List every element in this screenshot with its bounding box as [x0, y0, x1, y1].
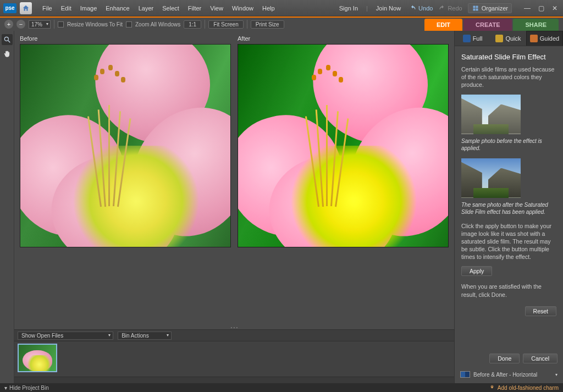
join-now-link[interactable]: Join Now: [373, 3, 404, 13]
status-bar: ▾ Hide Project Bin Add old-fashioned cha…: [0, 383, 563, 392]
tab-share[interactable]: SHARE: [513, 19, 559, 31]
effect-instructions: Click the apply button to make your imag…: [461, 222, 556, 261]
apply-button[interactable]: Apply: [461, 266, 492, 276]
workspace: Before: [14, 31, 454, 383]
svg-line-1: [8, 41, 10, 43]
subtab-guided[interactable]: Guided: [526, 31, 563, 46]
menu-view[interactable]: View: [206, 3, 227, 14]
redo-icon: [438, 5, 446, 12]
bin-scrollbar[interactable]: [14, 377, 454, 383]
after-column: After: [238, 35, 449, 321]
before-column: Before: [20, 35, 231, 321]
reset-button[interactable]: Reset: [525, 306, 556, 316]
caption-after: The same photo after the Saturated Slide…: [461, 201, 556, 216]
menu-edit[interactable]: Edit: [57, 3, 75, 14]
guided-icon: [530, 35, 538, 42]
tab-edit[interactable]: EDIT: [424, 19, 462, 31]
bin-bar: Show Open Files Bin Actions: [14, 329, 454, 341]
options-bar: + − 17% Resize Windows To Fit Zoom All W…: [0, 16, 563, 31]
full-icon: [463, 35, 471, 42]
before-label: Before: [20, 35, 231, 42]
menu-select[interactable]: Select: [158, 3, 183, 14]
menu-filter[interactable]: Filter: [184, 3, 205, 14]
cancel-button[interactable]: Cancel: [523, 354, 558, 363]
before-after-icon: [460, 371, 470, 378]
maximize-button[interactable]: ▢: [536, 3, 547, 13]
menu-enhance[interactable]: Enhance: [102, 3, 133, 14]
effect-done-hint: When you are satisfied with the result, …: [461, 283, 556, 298]
done-button[interactable]: Done: [489, 354, 520, 363]
home-icon: [22, 4, 30, 12]
undo-icon: [409, 5, 417, 12]
after-image[interactable]: [238, 44, 449, 247]
menu-items: File Edit Image Enhance Layer Select Fil…: [38, 3, 279, 14]
effect-title: Saturated Slide Film Effect: [461, 53, 556, 61]
zoom-out-button[interactable]: −: [16, 20, 25, 29]
redo-button[interactable]: Redo: [438, 5, 462, 12]
sample-after: [461, 158, 521, 198]
right-panel: Full Quick Guided Saturated Slide Film E…: [454, 31, 563, 383]
grid-icon: [472, 5, 479, 12]
chevron-down-icon: ▾: [555, 372, 558, 377]
project-bin: [14, 341, 454, 377]
caption-before: Sample photo before the effect is applie…: [461, 137, 556, 152]
zoom-all-label: Zoom All Windows: [135, 21, 180, 27]
zoom-in-button[interactable]: +: [4, 20, 13, 29]
home-button[interactable]: [20, 2, 32, 14]
subtab-full[interactable]: Full: [455, 31, 490, 46]
bin-filter-select[interactable]: Show Open Files: [18, 332, 113, 340]
svg-point-0: [4, 37, 8, 41]
tab-create[interactable]: CREATE: [463, 19, 512, 31]
undo-button[interactable]: Undo: [409, 5, 433, 12]
one-to-one-button[interactable]: 1:1: [184, 20, 201, 29]
effect-intro: Certain slide films are used because of …: [461, 65, 556, 89]
zoom-tool[interactable]: [2, 34, 13, 45]
gear-icon: [489, 385, 495, 390]
sign-in-link[interactable]: Sign In: [336, 3, 361, 13]
sample-before: [461, 95, 521, 134]
tool-column: [0, 31, 14, 383]
menu-file[interactable]: File: [38, 3, 56, 14]
collapse-bin-icon[interactable]: ▾: [4, 385, 7, 391]
bin-actions-select[interactable]: Bin Actions: [118, 332, 171, 340]
subtab-quick[interactable]: Quick: [490, 31, 526, 46]
menu-layer[interactable]: Layer: [135, 3, 158, 14]
hand-tool[interactable]: [2, 48, 13, 59]
zoom-all-checkbox[interactable]: [126, 21, 132, 27]
organizer-button[interactable]: Organizer: [468, 3, 512, 13]
resize-windows-label: Resize Windows To Fit: [67, 21, 123, 27]
status-tip: Add old-fashioned charm: [498, 385, 559, 391]
menu-window[interactable]: Window: [228, 3, 257, 14]
zoom-select[interactable]: 17%: [29, 20, 51, 29]
menu-help[interactable]: Help: [258, 3, 279, 14]
menu-bar: pse File Edit Image Enhance Layer Select…: [0, 0, 563, 16]
minimize-button[interactable]: —: [522, 3, 533, 13]
print-size-button[interactable]: Print Size: [251, 20, 284, 29]
panel-divider[interactable]: • • •: [14, 325, 454, 329]
magnifier-icon: [3, 36, 11, 43]
close-button[interactable]: ✕: [550, 3, 560, 13]
hand-icon: [3, 50, 11, 58]
quick-icon: [495, 35, 503, 42]
menu-image[interactable]: Image: [76, 3, 101, 14]
bin-thumbnail[interactable]: [18, 344, 57, 372]
after-label: After: [238, 35, 449, 42]
before-image[interactable]: [20, 44, 231, 247]
app-logo: pse: [3, 3, 16, 13]
view-mode-select[interactable]: Before & After - Horizontal ▾: [455, 368, 563, 383]
fit-screen-button[interactable]: Fit Screen: [208, 20, 244, 29]
hide-project-bin[interactable]: Hide Project Bin: [9, 385, 49, 391]
resize-windows-checkbox[interactable]: [58, 21, 64, 27]
